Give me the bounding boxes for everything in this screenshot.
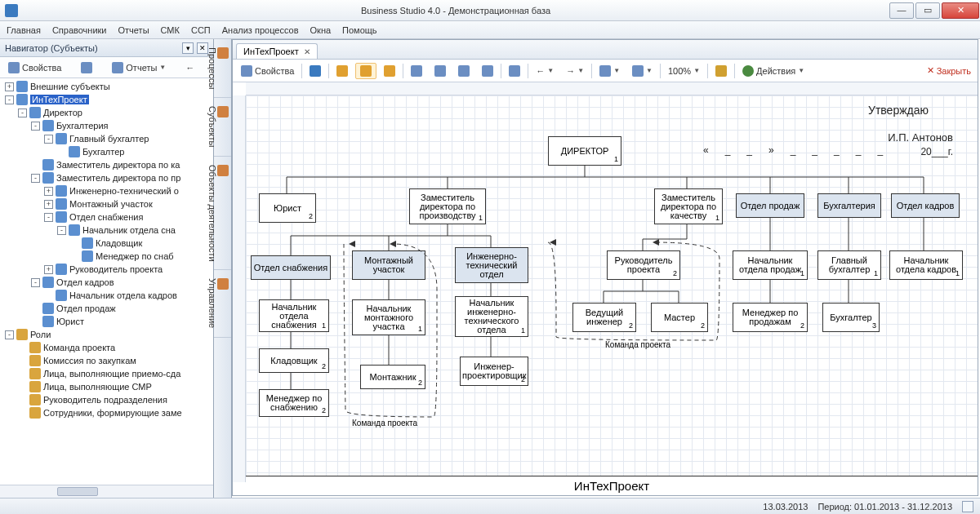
- box-saleshead[interactable]: Начальник отдела продаж1: [733, 250, 808, 280]
- tree-node[interactable]: -Отдел кадров: [0, 276, 213, 289]
- tool-highlight[interactable]: [355, 63, 376, 79]
- tree-node[interactable]: Лица, выполняющие СМР: [0, 380, 213, 393]
- tree-node[interactable]: Сотрудники, формирующие заме: [0, 406, 213, 419]
- nav-back[interactable]: ←▼: [531, 63, 559, 79]
- tree-node[interactable]: -Директор: [0, 106, 213, 119]
- box-salesmgr[interactable]: Менеджер по продажам2: [733, 303, 808, 332]
- expand-icon[interactable]: +: [5, 82, 14, 91]
- tree-node[interactable]: Руководитель подразделения: [0, 393, 213, 406]
- box-engdept[interactable]: Инженерно-технический отдел: [455, 247, 528, 283]
- box-supply[interactable]: Отдел снабжения: [251, 255, 331, 280]
- expand-icon[interactable]: -: [57, 226, 66, 235]
- box-assembler[interactable]: Монтажник2: [360, 365, 425, 389]
- tree-node[interactable]: -Начальник отдела сна: [0, 224, 213, 237]
- expand-icon[interactable]: -: [44, 213, 53, 222]
- close-window-button[interactable]: ✕: [942, 2, 979, 19]
- tree-node[interactable]: +Инженерно-технический о: [0, 184, 213, 197]
- tree-node[interactable]: Менеджер по снаб: [0, 250, 213, 263]
- tool-a[interactable]: [406, 63, 427, 79]
- save-button[interactable]: [305, 63, 326, 79]
- tree-node[interactable]: Бухгалтер: [0, 145, 213, 158]
- nav-scrollbar[interactable]: [0, 485, 213, 498]
- box-master[interactable]: Мастер2: [651, 303, 708, 332]
- sidetab-management[interactable]: Управление: [214, 270, 231, 337]
- reports-button[interactable]: Отчеты▼: [107, 60, 171, 76]
- box-hr[interactable]: Отдел кадров: [891, 193, 960, 218]
- menu-analysis[interactable]: Анализ процессов: [222, 25, 299, 35]
- tree-node[interactable]: Кладовщик: [0, 237, 213, 250]
- nav-tool-1[interactable]: [76, 60, 97, 76]
- expand-icon[interactable]: -: [44, 135, 53, 144]
- tool-g[interactable]: ▼: [627, 63, 657, 79]
- menu-refs[interactable]: Справочники: [52, 25, 107, 35]
- box-accountant[interactable]: Бухгалтер3: [822, 303, 880, 332]
- tool-c[interactable]: [453, 63, 474, 79]
- tree-node[interactable]: Начальник отдела кадров: [0, 289, 213, 302]
- expand-icon[interactable]: -: [5, 330, 14, 339]
- box-designer[interactable]: Инженер-проектировщик2: [460, 357, 528, 386]
- tree-node[interactable]: Юрист: [0, 315, 213, 328]
- tree-node[interactable]: Заместитель директора по ка: [0, 158, 213, 171]
- tree-node[interactable]: Комиссия по закупкам: [0, 354, 213, 367]
- box-mainacc[interactable]: Главный бухгалтер1: [817, 250, 881, 280]
- box-hrhead[interactable]: Начальник отдела кадров1: [889, 250, 963, 280]
- expand-icon[interactable]: -: [31, 122, 40, 131]
- tree-node[interactable]: -Заместитель директора по пр: [0, 171, 213, 184]
- tool-b[interactable]: [430, 63, 451, 79]
- box-leadeng[interactable]: Ведущий инженер2: [572, 303, 636, 332]
- navigator-tree[interactable]: +Внешние субъекты-ИнТехПроект-Директор-Б…: [0, 78, 213, 485]
- expand-icon[interactable]: +: [44, 187, 53, 196]
- sidetab-objects[interactable]: Объекты деятельности: [214, 157, 231, 271]
- menu-main[interactable]: Главная: [7, 25, 41, 35]
- pin-icon[interactable]: ▾: [182, 42, 194, 54]
- tree-node[interactable]: -Главный бухгалтер: [0, 132, 213, 145]
- tree-node[interactable]: Команда проекта: [0, 341, 213, 354]
- tree-node[interactable]: -Роли: [0, 328, 213, 341]
- doc-properties-button[interactable]: Свойства: [236, 63, 299, 79]
- nav-back-button[interactable]: ←: [180, 60, 199, 76]
- tree-node[interactable]: -Бухгалтерия: [0, 119, 213, 132]
- tool-auto[interactable]: [332, 63, 353, 79]
- menu-smk[interactable]: СМК: [161, 25, 180, 35]
- box-zam-qual[interactable]: Заместитель директора по качеству1: [654, 188, 723, 224]
- tool-link[interactable]: [379, 63, 400, 79]
- box-director[interactable]: ДИРЕКТОР1: [548, 136, 621, 166]
- menu-windows[interactable]: Окна: [310, 25, 332, 35]
- tool-h[interactable]: [710, 63, 732, 79]
- box-assemblyhead[interactable]: Начальник монтажного участка1: [352, 299, 425, 335]
- menu-ssp[interactable]: ССП: [191, 25, 211, 35]
- close-document-button[interactable]: ✕Закрыть: [924, 65, 974, 76]
- box-storekeeper[interactable]: Кладовщик2: [259, 348, 329, 373]
- maximize-button[interactable]: ▭: [915, 2, 940, 19]
- box-enghead[interactable]: Начальник инженерно-технического отдела1: [455, 296, 528, 337]
- document-tab[interactable]: ИнТехПроект ✕: [236, 43, 318, 59]
- tool-f[interactable]: ▼: [595, 63, 625, 79]
- tab-close-icon[interactable]: ✕: [304, 47, 310, 56]
- status-icon[interactable]: [962, 501, 973, 512]
- box-assembly[interactable]: Монтажный участок: [352, 250, 425, 280]
- minimize-button[interactable]: —: [889, 2, 914, 19]
- expand-icon[interactable]: -: [31, 278, 40, 287]
- sidetab-processes[interactable]: Процессы: [214, 39, 231, 98]
- diagram-canvas[interactable]: Утверждаю И.П. Антонов 20___г. «__»_____…: [246, 95, 978, 495]
- tree-node[interactable]: -ИнТехПроект: [0, 93, 213, 106]
- box-projlead[interactable]: Руководитель проекта2: [607, 250, 680, 280]
- sidetab-subjects[interactable]: Субъекты: [214, 98, 231, 156]
- tree-node[interactable]: Лица, выполняющие приемо-сда: [0, 367, 213, 380]
- tree-node[interactable]: +Руководитель проекта: [0, 263, 213, 276]
- tree-node[interactable]: +Монтажный участок: [0, 197, 213, 210]
- box-accounting[interactable]: Бухгалтерия: [817, 193, 881, 218]
- box-supplymgr[interactable]: Менеджер по снабжению2: [259, 389, 329, 417]
- box-zam-prod[interactable]: Заместитель директора по производству1: [409, 188, 486, 224]
- expand-icon[interactable]: -: [31, 174, 40, 183]
- tree-node[interactable]: +Внешние субъекты: [0, 80, 213, 93]
- close-pane-icon[interactable]: ✕: [197, 42, 208, 54]
- tool-d[interactable]: [477, 63, 498, 79]
- box-jurist[interactable]: Юрист2: [259, 193, 316, 223]
- menu-reports[interactable]: Отчеты: [118, 25, 149, 35]
- expand-icon[interactable]: -: [5, 95, 14, 104]
- zoom-combo[interactable]: 100%▼: [663, 63, 705, 79]
- tree-node[interactable]: Отдел продаж: [0, 302, 213, 315]
- expand-icon[interactable]: -: [18, 109, 27, 117]
- nav-fwd[interactable]: →▼: [561, 63, 589, 79]
